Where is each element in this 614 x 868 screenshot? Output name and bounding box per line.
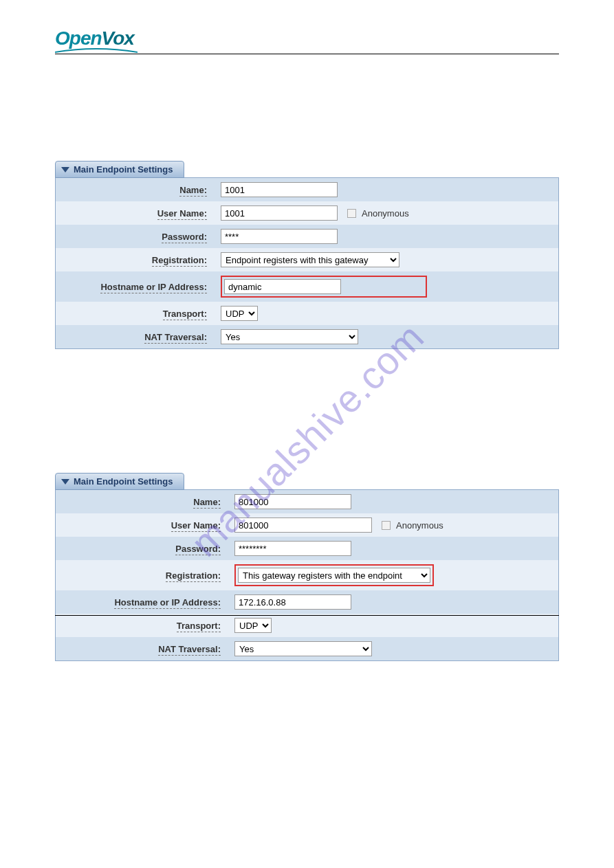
- password-label: Password:: [175, 544, 221, 555]
- nat-label: NAT Traversal:: [144, 332, 207, 344]
- panel-title: Main Endpoint Settings: [74, 476, 173, 487]
- password-input[interactable]: [221, 229, 338, 244]
- nat-label: NAT Traversal:: [158, 644, 221, 656]
- name-label: Name:: [179, 185, 207, 197]
- transport-label: Transport:: [163, 309, 207, 320]
- brand-logo: OpenVox: [55, 27, 134, 49]
- nat-select[interactable]: Yes: [234, 641, 372, 656]
- hostname-label: Hostname or IP Address:: [114, 597, 221, 609]
- panel-title: Main Endpoint Settings: [74, 164, 173, 175]
- password-label: Password:: [162, 232, 207, 243]
- brand-part1: Open: [55, 27, 102, 49]
- nat-select[interactable]: Yes: [221, 329, 358, 344]
- collapse-icon: [61, 167, 69, 173]
- registration-select[interactable]: Endpoint registers with this gateway: [221, 252, 399, 267]
- endpoint-settings-panel-1: Main Endpoint Settings Name: User Name: …: [55, 161, 559, 349]
- logo-swoosh-icon: [55, 48, 138, 54]
- anonymous-label: Anonymous: [362, 208, 409, 219]
- transport-select[interactable]: UDP: [234, 618, 272, 633]
- registration-label: Registration:: [166, 570, 221, 582]
- anonymous-checkbox[interactable]: [347, 209, 356, 218]
- panel-header-toggle[interactable]: Main Endpoint Settings: [55, 473, 184, 490]
- endpoint-settings-panel-2: Main Endpoint Settings Name: User Name: …: [55, 473, 559, 661]
- name-label: Name:: [193, 497, 221, 509]
- registration-select[interactable]: This gateway registers with the endpoint: [238, 568, 430, 583]
- transport-select[interactable]: UDP: [221, 306, 258, 321]
- footer-divider: [55, 615, 559, 616]
- header-divider: [55, 54, 559, 54]
- anonymous-label: Anonymous: [396, 520, 443, 531]
- registration-label: Registration:: [152, 255, 207, 267]
- hostname-input[interactable]: [234, 594, 351, 610]
- panel-header-toggle[interactable]: Main Endpoint Settings: [55, 161, 184, 178]
- hostname-highlight: [221, 276, 427, 298]
- username-input[interactable]: [221, 205, 338, 221]
- anonymous-checkbox[interactable]: [382, 521, 391, 530]
- username-input[interactable]: [234, 518, 372, 533]
- brand-part2: Vox: [102, 27, 134, 49]
- name-input[interactable]: [234, 494, 351, 509]
- registration-highlight: This gateway registers with the endpoint: [234, 564, 434, 586]
- collapse-icon: [61, 479, 69, 485]
- username-label: User Name:: [157, 208, 207, 220]
- transport-label: Transport:: [177, 621, 221, 632]
- username-label: User Name:: [171, 520, 221, 532]
- hostname-input[interactable]: [224, 279, 341, 294]
- hostname-label: Hostname or IP Address:: [100, 282, 207, 293]
- name-input[interactable]: [221, 182, 338, 197]
- password-input[interactable]: [234, 541, 351, 556]
